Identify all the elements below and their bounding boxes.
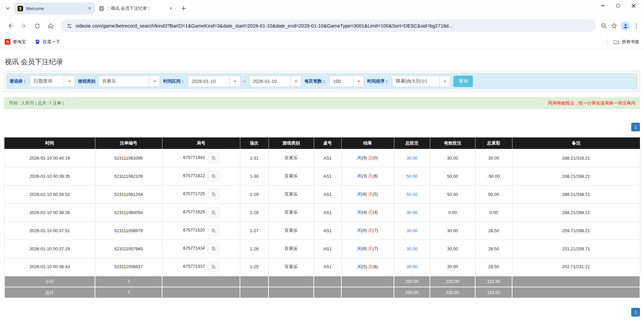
cell-bet-id: 523111060054: [95, 203, 162, 221]
tab-close-icon[interactable]: ✕: [87, 5, 93, 11]
game-kind-label: 游戏类别: [78, 78, 95, 84]
cell-remark: 288.21/318.21: [512, 149, 640, 167]
tab-search-button[interactable]: [3, 3, 13, 13]
bookmark-star-icon[interactable]: [611, 23, 617, 29]
close-button[interactable]: [626, 0, 641, 11]
round-number: 675771520: [183, 227, 205, 233]
film-icon: [211, 192, 216, 197]
dropdown-button[interactable]: [353, 76, 364, 87]
video-replay-button[interactable]: [208, 189, 219, 199]
cell-result: 闲(3) 庄(6): [341, 167, 394, 185]
maximize-button[interactable]: [610, 0, 626, 11]
profile-avatar[interactable]: [621, 22, 630, 31]
banker-result-label: 庄: [368, 155, 373, 160]
page-1-button[interactable]: 1: [631, 123, 640, 131]
banker-result-label: 庄: [368, 246, 373, 251]
per-page-combobox[interactable]: 100: [329, 76, 364, 87]
tab-close-icon[interactable]: ✕: [168, 5, 174, 11]
menu-kebab-icon[interactable]: [633, 23, 639, 29]
video-replay-button[interactable]: [208, 171, 219, 181]
cell-game-kind: 百家乐: [268, 167, 314, 185]
cell-round-id: 675771822: [162, 167, 240, 185]
total-bet-link[interactable]: 50.00: [406, 174, 417, 179]
home-icon: [47, 23, 54, 29]
cell-game-kind: 百家乐: [268, 240, 314, 258]
banker-result-label: 庄: [368, 192, 373, 197]
banker-result-value: (7): [373, 228, 378, 233]
query-type-combobox[interactable]: 日期查询: [30, 76, 75, 87]
dropdown-button[interactable]: [64, 76, 75, 87]
dropdown-button[interactable]: [149, 76, 160, 87]
cell-game-kind: 百家乐: [268, 185, 314, 203]
cell-session: 1-31: [240, 149, 268, 167]
column-header: 场次: [240, 137, 268, 149]
cell-remark: 288.21/338.21: [512, 185, 640, 203]
total-bet-link[interactable]: 50.00: [406, 192, 417, 197]
date-from-combobox[interactable]: 2026-01-10: [188, 76, 240, 87]
cell-session: 1-25: [240, 258, 268, 276]
video-replay-button[interactable]: [208, 207, 219, 217]
cell-bet-id: 523111061204: [95, 185, 162, 203]
divider: [607, 39, 607, 45]
toolbar-right-icons: [601, 22, 639, 31]
cell-payout: 28.50: [475, 221, 512, 240]
cell-round-id: 675771943: [162, 149, 240, 167]
chevron-down-icon: [444, 81, 446, 82]
cell-bet-id: 523111063395: [95, 149, 162, 167]
total-row: 总计7250.00220.00115.50: [4, 287, 640, 298]
bookmark-aitaobao[interactable]: 淘 爱淘宝: [5, 39, 26, 45]
back-button[interactable]: [5, 20, 16, 32]
total-bet-link[interactable]: 30.00: [406, 156, 417, 161]
player-result-value: (0): [362, 228, 368, 233]
minimize-button[interactable]: [595, 0, 610, 11]
round-number: 675771943: [183, 155, 205, 160]
tab-welcome[interactable]: Welcome ✕: [14, 2, 95, 14]
video-replay-button[interactable]: [208, 225, 219, 236]
column-header: 总派彩: [475, 137, 512, 149]
date-to-combobox[interactable]: 2026-01-10: [249, 76, 301, 87]
reload-button[interactable]: [32, 20, 43, 32]
film-icon: [211, 264, 216, 269]
banker-result-value: (6): [373, 173, 378, 178]
sort-value: 降幂(由大到小): [392, 76, 439, 87]
player-result-value: (4): [362, 210, 368, 215]
game-kind-combobox[interactable]: 百家乐: [98, 76, 160, 87]
dropdown-button[interactable]: [290, 76, 301, 87]
cell-valid-bet: 50.00: [430, 167, 475, 185]
banker-result-value: (4): [373, 210, 378, 215]
sum-valid-bet: 220.00: [430, 276, 475, 287]
dropdown-button[interactable]: [229, 76, 240, 87]
cell-payout: 28.50: [475, 258, 512, 276]
address-bar[interactable]: videoie.com/game/betrecord_search/kind3?…: [61, 19, 596, 32]
total-bet-link[interactable]: 30.00: [406, 264, 417, 269]
sum-game: [268, 287, 314, 298]
cell-bet-id: 523111058979: [95, 221, 162, 240]
total-bet-link[interactable]: 30.00: [406, 246, 417, 251]
bookmark-baidu[interactable]: 百度一下: [35, 39, 60, 45]
sum-session: [240, 287, 268, 298]
zoom-icon[interactable]: [601, 23, 607, 29]
new-tab-button[interactable]: [179, 3, 189, 13]
sort-combobox[interactable]: 降幂(由大到小): [392, 76, 450, 87]
sum-count: 7: [95, 287, 162, 298]
person-icon: [623, 23, 629, 29]
sum-session: [240, 276, 268, 287]
dropdown-button[interactable]: [439, 76, 450, 87]
home-button[interactable]: [45, 20, 56, 32]
video-replay-button[interactable]: [208, 262, 219, 272]
video-replay-button[interactable]: [208, 244, 219, 254]
column-header: 时间: [4, 137, 95, 149]
total-bet-link[interactable]: 30.00: [406, 210, 417, 215]
video-replay-button[interactable]: [208, 153, 219, 163]
all-bookmarks[interactable]: 所有书签: [607, 39, 639, 45]
total-bet-link[interactable]: 30.00: [406, 228, 417, 233]
page-1-button[interactable]: 1: [631, 308, 640, 317]
forward-button[interactable]: [18, 20, 30, 32]
search-button[interactable]: 查询: [453, 76, 473, 87]
game-kind-value: 百家乐: [99, 76, 149, 87]
chevron-down-icon: [357, 81, 360, 82]
tab-betrecord[interactable]: :::视讯 会员下注纪录::: ✕: [95, 2, 177, 14]
table-row: 2026-01-10 00:37:51523111058979675771520…: [4, 221, 640, 240]
tab-strip: Welcome ✕ :::视讯 会员下注纪录::: ✕: [0, 0, 644, 16]
sum-result: [341, 287, 394, 298]
